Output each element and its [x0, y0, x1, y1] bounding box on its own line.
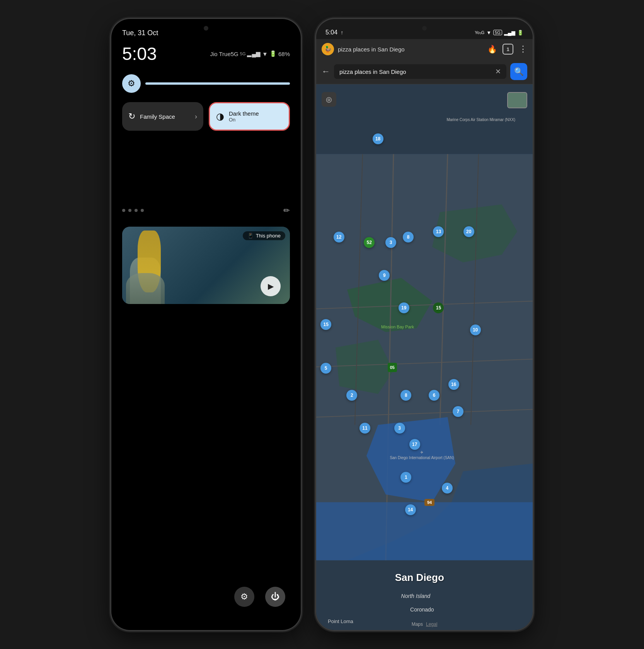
point-loma-label: Point Loma — [328, 618, 353, 624]
map-thumbnail[interactable] — [507, 92, 527, 108]
left-bottom-row: ⚙ ⏻ — [111, 599, 301, 618]
media-source-badge: 📱 This phone — [243, 231, 285, 240]
left-carrier-info: Jio True5G 5G ▂▄▆ ▼ 🔋 68% — [210, 50, 290, 57]
maps-label: Maps — [412, 622, 423, 627]
carrier-name: Jio True5G — [210, 51, 238, 57]
browser-url-text[interactable]: pizza places in San Diego — [338, 46, 484, 53]
mission-bay-label: Mission Bay Park — [381, 324, 414, 329]
duck-icon: 🦆 — [324, 46, 332, 53]
freeway-94: 94 — [424, 499, 434, 506]
pin-12[interactable]: 12 — [334, 232, 344, 243]
search-query-text: pizza places in San Diego — [339, 68, 492, 75]
search-submit-button[interactable]: 🔍 — [510, 63, 527, 80]
marine-corps-label: Marine Corps Air Station Miramar (NXX) — [446, 117, 515, 123]
brightness-row[interactable]: ⚙ — [111, 70, 301, 97]
left-date: Tue, 31 Oct — [122, 29, 158, 37]
right-status-bar: 5:04 ↑ Yo₅G ▼ 5G ▂▄▆ 🔋 — [316, 23, 533, 39]
pin-19[interactable]: 19 — [399, 302, 409, 313]
left-time: 5:03 — [122, 43, 157, 64]
pin-11[interactable]: 11 — [359, 423, 370, 434]
family-space-label: Family Space — [140, 113, 175, 120]
interstate-5-badge: 05 — [388, 363, 397, 372]
power-icon: ⏻ — [271, 592, 279, 602]
left-status-bar: Tue, 31 Oct — [111, 23, 301, 40]
settings-gear-btn[interactable]: ⚙ — [234, 587, 254, 607]
signal-bars: ▂▄▆ — [247, 50, 261, 57]
carrier-lte: Yo₅G — [475, 30, 484, 35]
search-input-wrap[interactable]: pizza places in San Diego ✕ — [334, 64, 506, 79]
pin-8a[interactable]: 8 — [403, 232, 414, 243]
pin-1[interactable]: 1 — [400, 472, 411, 483]
pin-16[interactable]: 16 — [448, 379, 459, 390]
battery-icon: 🔋 — [269, 50, 277, 57]
dot-3 — [135, 209, 138, 212]
dot-4 — [141, 209, 144, 212]
pin-20[interactable]: 20 — [463, 226, 474, 237]
pin-18[interactable]: 18 — [373, 133, 383, 144]
settings-icon: ⚙ — [240, 592, 248, 602]
pin-3b[interactable]: 3 — [394, 423, 405, 434]
legal-link[interactable]: Legal — [426, 622, 437, 627]
dot-1 — [122, 209, 125, 212]
family-space-chevron: › — [195, 113, 197, 121]
dark-theme-status: On — [229, 117, 259, 123]
gear-icon: ⚙ — [128, 79, 135, 89]
san-diego-label: San Diego — [395, 572, 444, 584]
dark-theme-icon: ◑ — [216, 111, 224, 122]
battery-full: 🔋 — [517, 30, 523, 36]
map-svg — [316, 84, 533, 630]
dark-theme-label: Dark theme — [229, 110, 259, 117]
family-space-icon: ↻ — [128, 111, 135, 121]
play-icon: ▶ — [268, 282, 274, 291]
compass-icon: ◎ — [326, 95, 332, 104]
clear-search-icon[interactable]: ✕ — [495, 67, 501, 76]
quick-settings-grid: ↻ Family Space › ◑ Dark theme On — [111, 97, 301, 136]
right-phone: 5:04 ↑ Yo₅G ▼ 5G ▂▄▆ 🔋 🦆 pizza places in… — [316, 19, 533, 630]
back-button[interactable]: ← — [322, 67, 330, 77]
power-btn[interactable]: ⏻ — [265, 587, 285, 607]
pin-14[interactable]: 14 — [405, 504, 416, 515]
pin-4[interactable]: 4 — [442, 483, 453, 494]
dots-row: ✏ — [111, 198, 301, 223]
duckduckgo-logo: 🦆 — [322, 43, 334, 55]
left-time-row: 5:03 Jio True5G 5G ▂▄▆ ▼ 🔋 68% — [111, 40, 301, 70]
signal-5g: 5G — [240, 51, 246, 56]
location-button[interactable]: ◎ — [322, 92, 336, 107]
brightness-slider[interactable] — [145, 82, 290, 85]
upload-icon: ↑ — [341, 29, 343, 36]
wifi-icon: ▼ — [262, 51, 268, 57]
dot-2 — [128, 209, 131, 212]
browser-menu-icon[interactable]: ⋮ — [519, 44, 527, 54]
media-source-label: This phone — [256, 233, 281, 239]
search-bar: ← pizza places in San Diego ✕ 🔍 — [316, 59, 533, 84]
map-container[interactable]: 18 12 52 3 8 13 20 9 15 19 10 5 16 2 8 6… — [316, 84, 533, 630]
family-space-tile[interactable]: ↻ Family Space › — [122, 102, 203, 131]
battery-pct: 68% — [278, 51, 290, 57]
north-island-label: North Island — [401, 593, 430, 599]
right-status-icons: Yo₅G ▼ 5G ▂▄▆ 🔋 — [475, 30, 523, 36]
play-button[interactable]: ▶ — [261, 276, 281, 296]
pin-5[interactable]: 5 — [320, 363, 331, 374]
browser-url-bar[interactable]: 🦆 pizza places in San Diego 🔥 1 ⋮ — [316, 39, 533, 59]
pin-17[interactable]: 17 — [409, 439, 420, 450]
coronado-label: Coronado — [410, 606, 434, 613]
dark-theme-tile[interactable]: ◑ Dark theme On — [209, 102, 290, 131]
maps-legal-footer: Maps Legal — [412, 622, 438, 627]
brightness-icon[interactable]: ⚙ — [122, 74, 141, 93]
edit-icon[interactable]: ✏ — [283, 206, 290, 215]
svg-rect-8 — [316, 502, 533, 560]
browser-action-icons: 🔥 1 ⋮ — [487, 44, 527, 55]
wifi-signal: ▼ — [486, 30, 491, 36]
signal-strength: ▂▄▆ — [504, 30, 515, 36]
plane-icon: ✈ — [420, 450, 423, 454]
pin-9[interactable]: 9 — [379, 270, 390, 281]
phone-icon: 📱 — [247, 233, 254, 239]
fire-icon[interactable]: 🔥 — [487, 44, 497, 54]
tab-count[interactable]: 1 — [503, 44, 513, 55]
left-phone: Tue, 31 Oct 5:03 Jio True5G 5G ▂▄▆ ▼ 🔋 6… — [111, 19, 301, 630]
pin-15[interactable]: 15 — [320, 319, 331, 330]
pin-10[interactable]: 10 — [470, 324, 481, 335]
left-phone-camera — [204, 26, 208, 31]
right-time: 5:04 — [325, 29, 337, 36]
page-dots — [122, 209, 144, 212]
